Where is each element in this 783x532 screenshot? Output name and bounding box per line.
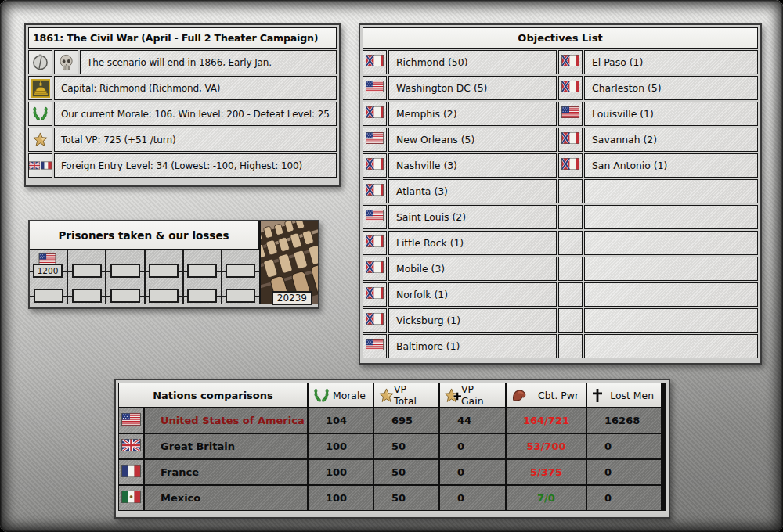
objective-label: Little Rock (1) — [388, 231, 557, 255]
nation-vp-total: 50 — [374, 434, 438, 458]
objective-label: New Orleans (5) — [388, 128, 557, 152]
objective-label — [584, 257, 758, 281]
nation-morale: 100 — [309, 460, 373, 484]
nation-morale: 104 — [309, 408, 373, 433]
csa-flag — [366, 106, 384, 121]
prisoners-count-box — [226, 264, 255, 278]
star-icon — [33, 132, 48, 147]
losses-count-box — [149, 289, 179, 303]
csa-flag — [366, 235, 384, 250]
objective-flag-cell — [363, 334, 387, 358]
prisoners-count-box — [149, 264, 179, 278]
nation-lost-men: 0 — [587, 486, 661, 510]
nations-panel: Nations comparisonsMoraleVP TotalVP Gain… — [114, 379, 670, 519]
objective-flag-cell — [558, 231, 583, 255]
star-plus-icon — [445, 388, 461, 403]
objective-flag-cell — [363, 50, 387, 74]
nation-vp-total: 50 — [374, 460, 438, 484]
nations-column-label: VP Total — [394, 383, 435, 407]
objective-flag-cell — [558, 76, 583, 100]
nations-column-header: VP Total — [374, 383, 438, 407]
objective-label — [584, 334, 758, 358]
nation-vp-gain: 0 — [440, 434, 505, 458]
scenario-row: Foreign Entry Level: 34 (Lowest: -100, H… — [28, 153, 337, 178]
csa-flag — [366, 184, 384, 199]
nation-vp-total: 50 — [374, 486, 438, 510]
nation-vp-gain: 0 — [440, 486, 505, 510]
nation-vp-total: 695 — [374, 408, 438, 433]
prisoners-panel: Prisoners taken & our losses 1200 20239 — [28, 220, 319, 309]
losses-count-box — [34, 289, 63, 303]
nations-column-header: Morale — [309, 383, 373, 407]
objective-flag-cell — [558, 128, 583, 152]
nations-table-title: Nations comparisons — [119, 383, 307, 407]
objective-label: Savannah (2) — [584, 128, 758, 152]
nation-morale: 100 — [309, 486, 373, 510]
objective-label — [584, 308, 758, 332]
nations-table: Nations comparisonsMoraleVP TotalVP Gain… — [118, 383, 666, 511]
objective-flag-cell — [363, 282, 387, 307]
objective-label: Mobile (3) — [388, 257, 557, 281]
usa-flag — [366, 210, 384, 225]
prisoner-column — [146, 250, 184, 304]
laurel-icon — [32, 106, 49, 122]
objective-flag-cell — [363, 308, 387, 332]
losses-count-box — [72, 289, 102, 303]
star-icon — [379, 388, 394, 403]
objective-flag-cell — [363, 257, 387, 281]
scenario-row-text: The scenario will end in 1866, Early Jan… — [80, 50, 337, 74]
scenario-title: 1861: The Civil War (April - Full 2 Thea… — [28, 27, 337, 49]
scenario-row: Total VP: 725 (+51 /turn) — [28, 128, 337, 152]
csa-flag — [366, 313, 384, 328]
nation-lost-men: 0 — [587, 434, 661, 458]
nation-vp-gain: 0 — [440, 460, 505, 484]
objective-label: Vicksburg (1) — [388, 308, 557, 332]
scenario-icon-cell — [28, 76, 52, 100]
objective-flag-cell — [558, 308, 583, 332]
losses-count-box — [187, 289, 217, 303]
csa-flag — [366, 261, 384, 276]
cross-icon — [592, 388, 603, 403]
nation-name: France — [145, 460, 307, 484]
objective-flag-cell — [558, 179, 583, 203]
scenario-row: The scenario will end in 1866, Early Jan… — [28, 50, 337, 74]
nation-cbt-pwr: 53/700 — [507, 434, 586, 458]
scenario-rows: The scenario will end in 1866, Early Jan… — [28, 50, 337, 178]
nation-name: Great Britain — [145, 434, 307, 458]
nation-flag-cell — [119, 408, 143, 433]
objectives-panel: Objectives List Richmond (50)El Paso (1)… — [359, 23, 762, 365]
objective-flag-cell — [363, 76, 387, 100]
nations-column-header: Lost Men — [587, 383, 661, 407]
losses-count-box — [226, 289, 255, 303]
objective-flag-cell — [558, 153, 583, 178]
objective-label: Norfolk (1) — [388, 282, 557, 307]
nation-lost-men: 16268 — [587, 408, 661, 433]
scenario-panel: 1861: The Civil War (April - Full 2 Thea… — [24, 23, 341, 187]
clock-icon — [31, 53, 49, 71]
prisoner-column: 1200 — [30, 250, 68, 304]
uk-flag — [29, 161, 40, 170]
france-flag — [121, 465, 141, 480]
objective-flag-cell — [558, 102, 583, 126]
prisoners-grid: 1200 — [30, 250, 259, 304]
objective-flag-cell — [363, 128, 387, 152]
objective-flag-cell — [558, 257, 583, 281]
objective-flag-cell — [558, 50, 583, 74]
csa-flag — [561, 158, 579, 173]
csa-flag — [561, 55, 579, 70]
scenario-icon-cell — [28, 102, 52, 126]
nations-column-header: VP Gain — [440, 383, 505, 407]
objective-label: Richmond (50) — [388, 50, 557, 74]
objective-label: El Paso (1) — [584, 50, 758, 74]
objectives-grid: Richmond (50)El Paso (1)Washington DC (5… — [363, 50, 758, 358]
uk-flag — [121, 439, 141, 455]
objective-label — [584, 205, 758, 229]
objective-label — [584, 231, 758, 255]
objective-label — [584, 179, 758, 203]
nation-flag-cell — [119, 460, 143, 484]
csa-flag — [561, 132, 579, 147]
nation-name: United States of America — [145, 408, 307, 433]
objective-label: Louisville (1) — [584, 102, 758, 126]
nations-column-label: VP Gain — [461, 383, 502, 407]
scenario-row-text: Foreign Entry Level: 34 (Lowest: -100, H… — [54, 153, 337, 178]
